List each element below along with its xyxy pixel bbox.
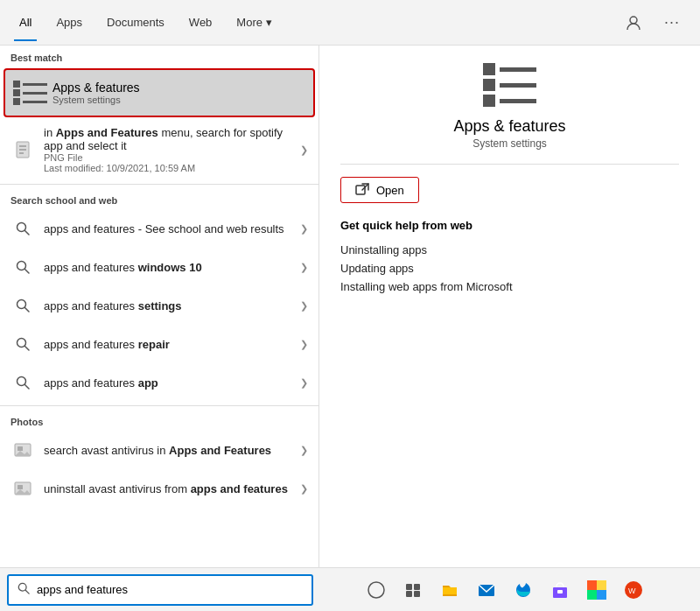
wsxdn-icon[interactable]: W <box>617 573 650 607</box>
edge-icon[interactable] <box>507 573 540 607</box>
best-match-subtitle: System settings <box>52 95 140 105</box>
arrow-icon: ❯ <box>300 144 308 156</box>
arrow-icon-4: ❯ <box>300 339 308 350</box>
arrow-icon-7: ❯ <box>300 483 308 495</box>
web-result-5[interactable]: apps and features app ❯ <box>0 363 318 402</box>
photo-result-2-content: uninstall avast antivirus from apps and … <box>44 482 295 495</box>
web-result-4-title: apps and features repair <box>44 338 295 351</box>
photos-label: Photos <box>0 410 318 431</box>
svg-text:W: W <box>628 586 636 595</box>
tab-apps[interactable]: Apps <box>44 4 94 41</box>
svg-rect-28 <box>406 591 412 597</box>
right-subtitle: System settings <box>340 137 679 150</box>
file-explorer-icon[interactable] <box>433 573 466 607</box>
photo-icon-1 <box>10 438 35 462</box>
right-icon-area <box>340 63 679 107</box>
photo-result-2[interactable]: uninstall avast antivirus from apps and … <box>0 469 318 508</box>
right-panel: Apps & features System settings Open Get… <box>319 46 700 567</box>
svg-line-6 <box>25 231 30 235</box>
svg-rect-2 <box>19 145 26 147</box>
search-icon-bottom <box>18 582 30 597</box>
file-type: PNG File <box>44 152 295 163</box>
svg-rect-35 <box>587 590 597 600</box>
search-icon-3 <box>10 293 35 318</box>
search-input[interactable] <box>37 583 303 596</box>
arrow-icon-3: ❯ <box>300 300 308 312</box>
photo-result-1[interactable]: search avast antivirus in Apps and Featu… <box>0 431 318 469</box>
tab-documents[interactable]: Documents <box>94 4 177 41</box>
open-icon <box>355 183 369 197</box>
arrow-icon-1: ❯ <box>300 223 308 235</box>
svg-rect-29 <box>414 591 420 597</box>
arrow-icon-6: ❯ <box>300 445 308 456</box>
best-match-item[interactable]: Apps & features System settings <box>4 68 315 117</box>
top-nav: All Apps Documents Web More ▾ ··· <box>0 0 700 46</box>
nav-tabs: All Apps Documents Web More ▾ <box>7 4 620 41</box>
svg-rect-26 <box>406 584 412 590</box>
svg-rect-4 <box>19 152 24 154</box>
help-link-3[interactable]: Installing web apps from Microsoft <box>340 277 679 296</box>
arrow-icon-5: ❯ <box>300 377 308 389</box>
school-web-label: Search school and web <box>0 188 318 209</box>
svg-rect-34 <box>597 580 606 590</box>
divider-1 <box>0 184 318 185</box>
web-result-3-title: apps and features settings <box>44 299 295 313</box>
web-result-4-content: apps and features repair <box>44 338 295 351</box>
search-wrapper <box>7 574 313 606</box>
web-result-2-content: apps and features windows 10 <box>44 261 295 274</box>
separator-1 <box>340 164 679 165</box>
start-menu: All Apps Documents Web More ▾ ··· Best m… <box>0 0 700 611</box>
cortana-icon[interactable] <box>360 573 393 607</box>
help-link-1[interactable]: Uninstalling apps <box>340 241 679 259</box>
right-title: Apps & features <box>340 117 679 136</box>
apps-features-icon <box>16 79 44 107</box>
svg-line-12 <box>25 347 30 351</box>
web-result-1-title: apps and features - See school and web r… <box>44 222 295 235</box>
svg-rect-36 <box>597 590 606 600</box>
open-button[interactable]: Open <box>340 177 419 203</box>
tab-more[interactable]: More ▾ <box>224 4 284 41</box>
web-result-2-title: apps and features windows 10 <box>44 261 295 274</box>
tab-all[interactable]: All <box>7 4 44 41</box>
help-link-2[interactable]: Updating apps <box>340 259 679 277</box>
open-label: Open <box>376 184 404 197</box>
svg-rect-32 <box>557 590 563 593</box>
store-icon[interactable] <box>543 573 577 607</box>
task-view-icon[interactable] <box>396 573 430 607</box>
search-icon-2 <box>10 255 35 279</box>
search-icon-4 <box>10 332 35 356</box>
spotify-icon[interactable] <box>580 573 613 607</box>
svg-line-24 <box>25 590 29 593</box>
photo-icon-2 <box>10 476 35 501</box>
search-icon-1 <box>10 216 35 241</box>
svg-rect-27 <box>414 584 420 590</box>
left-panel: Best match <box>0 46 319 567</box>
svg-rect-3 <box>19 149 26 151</box>
photo-result-1-content: search avast antivirus in Apps and Featu… <box>44 444 295 457</box>
svg-rect-16 <box>18 446 23 451</box>
user-icon[interactable] <box>620 9 648 37</box>
svg-point-0 <box>630 17 637 24</box>
best-match-text: Apps & features System settings <box>52 81 140 105</box>
svg-line-14 <box>25 385 30 390</box>
file-result-item[interactable]: in Apps and Features menu, search for sp… <box>0 119 318 180</box>
search-icon-5 <box>10 370 35 395</box>
photo-result-1-title: search avast antivirus in Apps and Featu… <box>44 444 295 457</box>
web-result-3[interactable]: apps and features settings ❯ <box>0 286 318 325</box>
divider-2 <box>0 405 318 406</box>
web-result-1[interactable]: apps and features - See school and web r… <box>0 209 318 248</box>
mail-icon[interactable] <box>470 573 503 607</box>
best-match-label: Best match <box>0 46 318 67</box>
web-result-5-title: apps and features app <box>44 376 295 390</box>
apps-features-big-icon <box>483 63 536 107</box>
svg-line-10 <box>25 308 30 313</box>
content-area: Best match <box>0 46 700 567</box>
tab-web[interactable]: Web <box>177 4 225 41</box>
web-result-4[interactable]: apps and features repair ❯ <box>0 325 318 363</box>
file-result-title: in Apps and Features menu, search for sp… <box>44 126 295 152</box>
svg-line-8 <box>25 270 30 274</box>
web-result-3-content: apps and features settings <box>44 299 295 313</box>
more-options-icon[interactable]: ··· <box>658 9 686 37</box>
arrow-icon-2: ❯ <box>300 262 308 273</box>
web-result-2[interactable]: apps and features windows 10 ❯ <box>0 248 318 286</box>
